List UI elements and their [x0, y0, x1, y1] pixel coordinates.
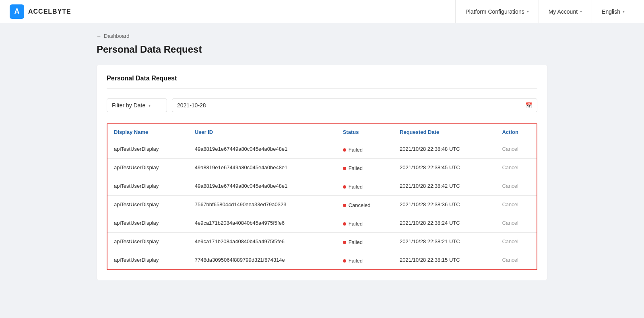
status-dot-icon	[343, 259, 346, 263]
cell-requested-date: 2021/10/28 22:38:42 UTC	[393, 177, 495, 196]
status-text: Failed	[349, 147, 363, 153]
cell-user-id: 4e9ca171b2084a40840b45a4975f5fe6	[188, 214, 336, 233]
status-text: Failed	[349, 239, 363, 245]
status-dot-icon	[343, 185, 346, 189]
cell-requested-date: 2021/10/28 22:38:15 UTC	[393, 251, 495, 270]
cell-display-name: apiTestUserDisplay	[107, 214, 188, 233]
breadcrumb-arrow: ←	[97, 33, 101, 39]
header: A ACCELBYTE Platform Configurations ▾ My…	[0, 0, 644, 23]
nav-platform-configurations[interactable]: Platform Configurations ▾	[455, 0, 538, 23]
col-requested-date: Requested Date	[393, 124, 495, 140]
filter-select-chevron-icon: ▾	[149, 103, 151, 108]
cell-status: Canceled	[336, 196, 393, 214]
status-dot-icon	[343, 148, 346, 152]
cell-status: Failed	[336, 214, 393, 233]
filter-select-label: Filter by Date	[112, 102, 145, 109]
table-row: apiTestUserDisplay7748da3095064f889799d3…	[107, 251, 537, 270]
nav-english[interactable]: English ▾	[592, 0, 634, 23]
table-row: apiTestUserDisplay49a8819e1e67449a80c045…	[107, 140, 537, 159]
table-row: apiTestUserDisplay4e9ca171b2084a40840b45…	[107, 214, 537, 233]
platform-configurations-label: Platform Configurations	[465, 8, 524, 15]
calendar-icon: 📅	[525, 102, 532, 109]
table-header: Display Name User ID Status Requested Da…	[107, 124, 537, 140]
platform-configurations-chevron-icon: ▾	[527, 9, 529, 14]
cell-action: Cancel	[495, 251, 537, 270]
data-table: Display Name User ID Status Requested Da…	[107, 124, 537, 269]
status-text: Failed	[349, 258, 363, 264]
cell-user-id: 49a8819e1e67449a80c045e4a0be48e1	[188, 140, 336, 159]
col-display-name: Display Name	[107, 124, 188, 140]
cell-user-id: 49a8819e1e67449a80c045e4a0be48e1	[188, 159, 336, 177]
cancel-button[interactable]: Cancel	[502, 164, 518, 170]
status-dot-icon	[343, 241, 346, 244]
col-action: Action	[495, 124, 537, 140]
status-dot-icon	[343, 204, 346, 207]
cell-display-name: apiTestUserDisplay	[107, 177, 188, 196]
cell-status: Failed	[336, 251, 393, 270]
logo-text: ACCELBYTE	[28, 8, 71, 15]
col-status: Status	[336, 124, 393, 140]
filter-by-date-select[interactable]: Filter by Date ▾	[107, 98, 167, 112]
my-account-chevron-icon: ▾	[580, 9, 582, 14]
cell-requested-date: 2021/10/28 22:38:48 UTC	[393, 140, 495, 159]
cell-user-id: 7567bbf658044d1490eea33ed79a0323	[188, 196, 336, 214]
english-label: English	[602, 8, 620, 15]
status-dot-icon	[343, 167, 346, 170]
cell-user-id: 7748da3095064f889799d321f874314e	[188, 251, 336, 270]
table-body: apiTestUserDisplay49a8819e1e67449a80c045…	[107, 140, 537, 270]
logo: A ACCELBYTE	[10, 4, 455, 19]
table-row: apiTestUserDisplay49a8819e1e67449a80c045…	[107, 159, 537, 177]
cell-requested-date: 2021/10/28 22:38:36 UTC	[393, 196, 495, 214]
cancel-button[interactable]: Cancel	[502, 257, 518, 263]
cell-action: Cancel	[495, 140, 537, 159]
cell-user-id: 4e9ca171b2084a40840b45a4975f5fe6	[188, 233, 336, 251]
breadcrumb-dashboard-link[interactable]: Dashboard	[104, 33, 130, 39]
cell-display-name: apiTestUserDisplay	[107, 196, 188, 214]
cancel-button[interactable]: Cancel	[502, 220, 518, 226]
cell-status: Failed	[336, 159, 393, 177]
english-chevron-icon: ▾	[623, 9, 625, 14]
date-value: 2021-10-28	[177, 102, 525, 109]
table-row: apiTestUserDisplay49a8819e1e67449a80c045…	[107, 177, 537, 196]
table-row: apiTestUserDisplay7567bbf658044d1490eea3…	[107, 196, 537, 214]
filter-row: Filter by Date ▾ 2021-10-28 📅	[107, 98, 537, 112]
logo-icon: A	[10, 4, 24, 19]
status-text: Failed	[349, 165, 363, 171]
table-wrapper: Display Name User ID Status Requested Da…	[107, 123, 537, 270]
cell-display-name: apiTestUserDisplay	[107, 140, 188, 159]
cancel-button[interactable]: Cancel	[502, 183, 518, 189]
cell-display-name: apiTestUserDisplay	[107, 159, 188, 177]
cancel-button[interactable]: Cancel	[502, 201, 518, 207]
date-input[interactable]: 2021-10-28 📅	[172, 98, 537, 112]
cell-display-name: apiTestUserDisplay	[107, 233, 188, 251]
logo-letter: A	[14, 7, 20, 16]
nav-my-account[interactable]: My Account ▾	[539, 0, 592, 23]
cancel-button[interactable]: Cancel	[502, 238, 518, 244]
status-text: Failed	[349, 184, 363, 190]
status-text: Failed	[349, 221, 363, 227]
status-text: Canceled	[349, 202, 371, 208]
page-title: Personal Data Request	[97, 44, 547, 55]
header-nav: Platform Configurations ▾ My Account ▾ E…	[455, 0, 634, 23]
card: Personal Data Request Filter by Date ▾ 2…	[97, 65, 547, 280]
table-row: apiTestUserDisplay4e9ca171b2084a40840b45…	[107, 233, 537, 251]
cell-display-name: apiTestUserDisplay	[107, 251, 188, 270]
cell-action: Cancel	[495, 196, 537, 214]
cell-requested-date: 2021/10/28 22:38:24 UTC	[393, 214, 495, 233]
cell-action: Cancel	[495, 159, 537, 177]
main-container: ← Dashboard Personal Data Request Person…	[0, 23, 644, 318]
my-account-label: My Account	[549, 8, 578, 15]
cancel-button[interactable]: Cancel	[502, 146, 518, 152]
cell-status: Failed	[336, 177, 393, 196]
card-title: Personal Data Request	[107, 75, 537, 89]
col-user-id: User ID	[188, 124, 336, 140]
cell-action: Cancel	[495, 214, 537, 233]
status-dot-icon	[343, 222, 346, 226]
breadcrumb: ← Dashboard	[97, 33, 547, 39]
cell-status: Failed	[336, 140, 393, 159]
cell-action: Cancel	[495, 233, 537, 251]
cell-action: Cancel	[495, 177, 537, 196]
cell-requested-date: 2021/10/28 22:38:21 UTC	[393, 233, 495, 251]
table-header-row: Display Name User ID Status Requested Da…	[107, 124, 537, 140]
cell-requested-date: 2021/10/28 22:38:45 UTC	[393, 159, 495, 177]
